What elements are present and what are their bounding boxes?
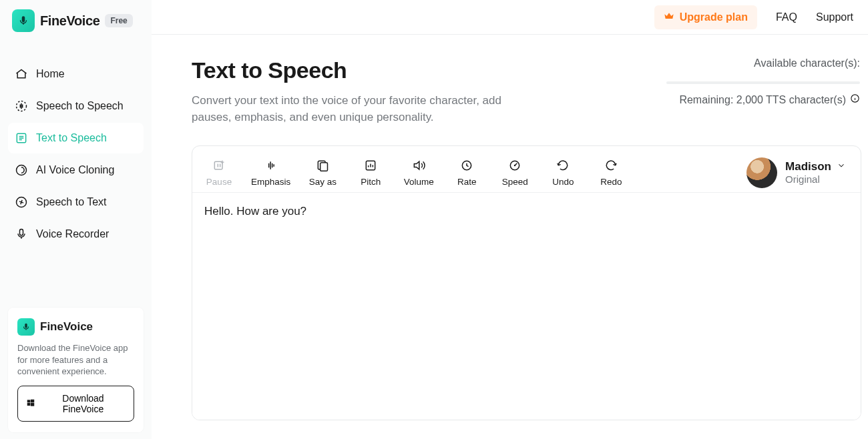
tool-emphasis[interactable]: Emphasis [251, 158, 290, 187]
tool-label: Emphasis [251, 177, 290, 187]
support-link[interactable]: Support [816, 11, 853, 23]
crown-icon [664, 11, 674, 24]
sayas-icon [316, 158, 329, 173]
sidebar-item-label: Text to Speech [36, 132, 107, 144]
sidebar-item-voice-recorder[interactable]: Voice Recorder [8, 219, 144, 250]
tool-label: Undo [552, 177, 574, 187]
main: Upgrade plan FAQ Support Text to Speech … [152, 0, 868, 439]
rate-icon [460, 158, 473, 173]
editor-panel: Pause Emphasis Say as [192, 145, 861, 420]
text-lines-icon [15, 131, 28, 145]
quota-progress-bar [666, 81, 860, 84]
microphone-icon [15, 228, 28, 241]
voice-style: Original [785, 173, 846, 185]
editor-toolbar: Pause Emphasis Say as [192, 146, 861, 193]
page-title: Text to Speech [192, 57, 539, 83]
sidebar-item-label: Voice Recorder [36, 228, 109, 240]
sidebar-item-label: Home [36, 68, 65, 80]
svg-rect-8 [31, 399, 34, 402]
sidebar-item-voice-cloning[interactable]: AI Voice Cloning [8, 155, 144, 185]
promo-logo [17, 318, 35, 336]
svg-rect-0 [22, 16, 25, 22]
waveform-circle-icon [15, 99, 28, 113]
clone-icon [15, 163, 28, 177]
voice-name: Madison [785, 160, 831, 173]
svg-rect-6 [25, 324, 27, 328]
svg-point-3 [17, 165, 27, 175]
sidebar-item-label: AI Voice Cloning [36, 164, 114, 176]
speed-icon [508, 158, 521, 173]
emphasis-icon [264, 158, 278, 173]
tool-label: Speed [502, 177, 528, 187]
tool-volume[interactable]: Volume [403, 158, 435, 187]
svg-point-18 [514, 165, 516, 167]
quota-remaining: Remaining: 2,000 TTS character(s) [679, 94, 846, 106]
tool-label: Volume [404, 177, 434, 187]
undo-icon [556, 158, 570, 173]
download-button-label: Download FineVoice [41, 393, 126, 414]
tool-pitch[interactable]: Pitch [355, 158, 387, 187]
promo-title: FineVoice [40, 320, 93, 334]
redo-icon [604, 158, 618, 173]
sidebar-item-home[interactable]: Home [8, 59, 144, 89]
svg-rect-10 [31, 403, 34, 406]
sidebar-item-text-to-speech[interactable]: Text to Speech [8, 123, 144, 153]
tool-rate[interactable]: Rate [451, 158, 483, 187]
svg-rect-9 [27, 403, 31, 406]
tool-undo[interactable]: Undo [547, 158, 579, 187]
voice-avatar [746, 157, 777, 188]
quota-available-label: Available character(s): [666, 57, 860, 69]
plan-badge: Free [105, 14, 132, 27]
tool-sayas[interactable]: Say as [306, 158, 339, 187]
svg-rect-7 [27, 400, 31, 402]
upgrade-label: Upgrade plan [680, 11, 748, 23]
tts-text-input[interactable] [192, 193, 861, 420]
sidebar-item-speech-to-text[interactable]: Speech to Text [8, 187, 144, 217]
sidebar: FineVoice Free Home Speech to Speech [0, 0, 152, 439]
windows-icon [26, 398, 35, 410]
tool-speed[interactable]: Speed [499, 158, 531, 187]
tool-label: Redo [600, 177, 622, 187]
tool-label: Say as [309, 177, 337, 187]
brand-name: FineVoice [40, 13, 99, 29]
brand-logo [12, 9, 35, 32]
sidebar-item-speech-to-speech[interactable]: Speech to Speech [8, 91, 144, 121]
tool-pause: Pause [203, 158, 235, 187]
svg-rect-5 [20, 230, 23, 236]
tool-label: Pitch [361, 177, 381, 187]
pause-insert-icon [212, 158, 226, 173]
sidebar-item-label: Speech to Speech [36, 100, 124, 112]
sidebar-nav: Home Speech to Speech Text to Speech AI … [3, 59, 149, 250]
promo-description: Download the FineVoice app for more feat… [17, 342, 134, 378]
svg-rect-14 [320, 163, 328, 171]
topbar: Upgrade plan FAQ Support [152, 0, 868, 35]
brand-block: FineVoice Free [3, 7, 149, 45]
volume-icon [412, 158, 425, 173]
download-button[interactable]: Download FineVoice [17, 386, 134, 422]
info-icon[interactable] [850, 93, 860, 106]
home-icon [15, 67, 28, 81]
voice-selector[interactable]: Madison Original [746, 157, 850, 188]
pitch-icon [364, 158, 377, 173]
tool-redo[interactable]: Redo [595, 158, 627, 187]
sidebar-item-label: Speech to Text [36, 196, 107, 208]
tool-label: Pause [206, 177, 232, 187]
upgrade-button[interactable]: Upgrade plan [654, 5, 757, 29]
download-promo: FineVoice Download the FineVoice app for… [8, 308, 144, 432]
chevron-down-icon [837, 160, 846, 173]
quota-block: Available character(s): Remaining: 2,000… [666, 57, 860, 106]
tool-label: Rate [457, 177, 477, 187]
svg-rect-12 [214, 161, 222, 169]
page-subtitle: Convert your text into the voice of your… [192, 93, 539, 125]
transcribe-icon [15, 195, 28, 209]
faq-link[interactable]: FAQ [776, 11, 797, 23]
